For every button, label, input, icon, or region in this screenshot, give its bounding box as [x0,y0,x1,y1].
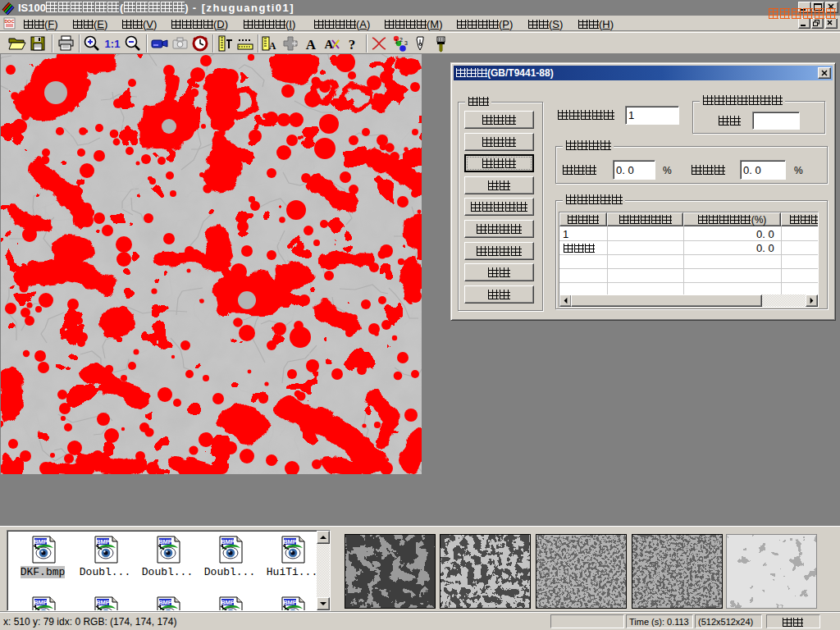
svg-text:1: 1 [395,39,398,44]
svg-text:3: 3 [404,40,408,46]
svg-text:A: A [269,40,276,52]
svg-text:2: 2 [399,37,403,43]
svg-text:A: A [306,37,317,52]
svg-text:DOC: DOC [4,19,14,24]
svg-text:A: A [325,38,334,51]
svg-text:?: ? [349,37,356,52]
svg-text:1:1: 1:1 [105,38,121,50]
